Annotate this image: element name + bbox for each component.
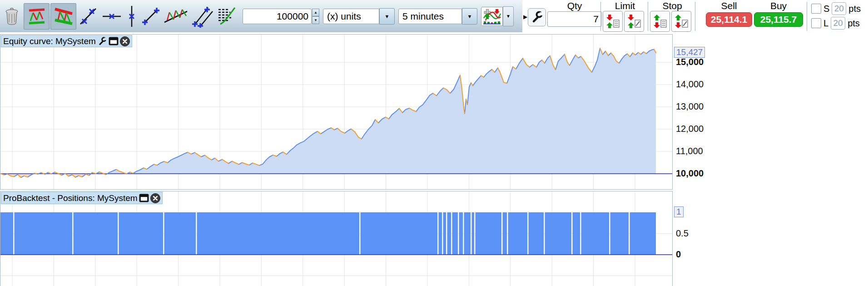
equity-settings-wrench-icon[interactable] (97, 36, 107, 46)
positions-close-icon[interactable] (150, 193, 160, 203)
fork-tool-button[interactable] (190, 4, 215, 29)
divider (648, 2, 648, 31)
positions-current-value-badge: 1 (674, 206, 684, 217)
limit-order-list-button[interactable] (603, 11, 623, 32)
positions-plot-area[interactable] (0, 191, 672, 286)
positions-axis-tick-label: 0.5 (676, 228, 689, 238)
add-indicator-dropdown-arrow-icon[interactable]: ▼ (503, 6, 514, 26)
segment-icon (140, 6, 161, 27)
limit-arrows-edit-icon (627, 14, 641, 29)
short-label: S (823, 4, 829, 14)
stop-arrows-edit-icon (674, 14, 689, 29)
long-pts-unit: pts (848, 18, 860, 29)
equity-axis-tick-label: 10,000 (676, 168, 704, 179)
pattern-channel-tool-button[interactable] (24, 3, 50, 30)
sell-price-button[interactable]: 25,114.1 (706, 12, 752, 27)
drawing-toolbar: ▲ ▼ (x) units ▼ 5 minutes ▼ (0, 0, 522, 32)
buy-header: Buy (755, 0, 802, 11)
fork-icon (191, 5, 214, 28)
stop-long-row: L pts (811, 17, 860, 30)
buy-price-button[interactable]: 25,115.7 (754, 12, 803, 27)
short-pts-unit: pts (848, 4, 861, 14)
levels-tool-button[interactable] (215, 4, 239, 29)
long-label: L (823, 18, 828, 29)
positions-panel-header: ProBacktest - Positions: MySystem (1, 192, 163, 204)
equity-curve-chart[interactable]: Equity curve: MySystem (0, 34, 673, 190)
qty-input[interactable] (547, 11, 602, 27)
equity-axis-tick-label: 12,000 (676, 124, 704, 134)
order-panel: ▶ Qty Limit (522, 0, 868, 32)
timeframe-dropdown-value: 5 minutes (398, 9, 462, 24)
timeframe-dropdown-arrow-icon[interactable]: ▼ (462, 8, 477, 25)
equity-y-axis: 15,00014,00013,00012,00011,00010,00015,4… (673, 34, 868, 190)
positions-axis-tick-label: 0 (676, 249, 681, 260)
channel-pattern-icon (27, 6, 47, 26)
horizontal-line-icon (101, 6, 122, 27)
stepper-up-button[interactable]: ▲ (312, 9, 319, 16)
long-stop-checkbox[interactable] (811, 18, 821, 28)
pattern-triangle-tool-button[interactable] (50, 3, 76, 30)
qty-header: Qty (547, 0, 602, 11)
positions-panel-title: ProBacktest - Positions: MySystem (3, 193, 138, 203)
wrench-icon (531, 11, 543, 24)
panel-collapse-arrow-icon[interactable]: ▶ (523, 14, 527, 20)
stepper-down-button[interactable]: ▼ (312, 16, 319, 24)
divider (807, 2, 807, 31)
add-indicator-button[interactable] (481, 7, 503, 26)
segment-tool-button[interactable] (140, 4, 162, 29)
equity-detach-window-icon[interactable] (109, 36, 119, 46)
limit-arrows-list-icon (605, 14, 620, 29)
short-pts-input[interactable] (832, 2, 846, 15)
triangle-pattern-icon (54, 6, 74, 26)
limit-order-edit-button[interactable] (624, 11, 644, 32)
horizontal-line-tool-button[interactable] (100, 4, 124, 29)
equity-axis-tick-label: 15,000 (676, 57, 704, 67)
zigzag-trend-icon (163, 6, 189, 27)
equity-panel-title: Equity curve: MySystem (3, 36, 96, 46)
order-settings-button[interactable] (528, 8, 546, 26)
equity-axis-tick-label: 13,000 (676, 101, 704, 112)
stop-order-edit-button[interactable] (671, 11, 691, 32)
stop-arrows-list-icon (653, 14, 667, 29)
add-indicator-dropdown[interactable]: ▼ (481, 6, 514, 26)
divider (600, 2, 601, 31)
equity-panel-header: Equity curve: MySystem (1, 35, 132, 47)
units-dropdown-value: (x) units (323, 9, 379, 24)
equity-curve-plot-area[interactable] (0, 35, 672, 189)
sell-header: Sell (706, 0, 752, 11)
levels-icon (217, 6, 238, 27)
trash-icon (5, 8, 19, 25)
equity-axis-tick-label: 11,000 (676, 146, 703, 156)
units-dropdown-arrow-icon[interactable]: ▼ (379, 8, 395, 25)
delete-drawings-button[interactable] (3, 4, 21, 29)
indicator-chart-icon (483, 8, 501, 25)
zigzag-trend-tool-button[interactable] (162, 4, 190, 29)
short-stop-checkbox[interactable] (811, 4, 821, 14)
limit-header: Limit (602, 0, 648, 11)
stop-short-row: S pts (811, 2, 861, 15)
divider (695, 2, 695, 31)
amount-input[interactable] (243, 9, 312, 24)
amount-stepper: ▲ ▼ (312, 9, 319, 24)
units-dropdown[interactable]: (x) units ▼ (323, 8, 395, 25)
equity-close-icon[interactable] (120, 36, 130, 46)
trendline-icon (78, 6, 99, 27)
long-pts-input[interactable] (831, 17, 845, 30)
vertical-line-icon (124, 5, 139, 28)
stop-header: Stop (650, 0, 695, 11)
timeframe-dropdown[interactable]: 5 minutes ▼ (398, 8, 477, 25)
positions-detach-window-icon[interactable] (139, 193, 149, 203)
positions-y-axis: 10.50 (673, 191, 868, 286)
vertical-line-tool-button[interactable] (124, 4, 140, 29)
positions-chart[interactable]: ProBacktest - Positions: MySystem (0, 191, 673, 286)
equity-current-value-badge: 15,427 (674, 47, 705, 58)
trading-platform-window: ▲ ▼ (x) units ▼ 5 minutes ▼ (0, 0, 868, 286)
trendline-tool-button[interactable] (76, 4, 100, 29)
equity-axis-tick-label: 14,000 (676, 79, 704, 90)
stop-order-list-button[interactable] (650, 11, 670, 32)
